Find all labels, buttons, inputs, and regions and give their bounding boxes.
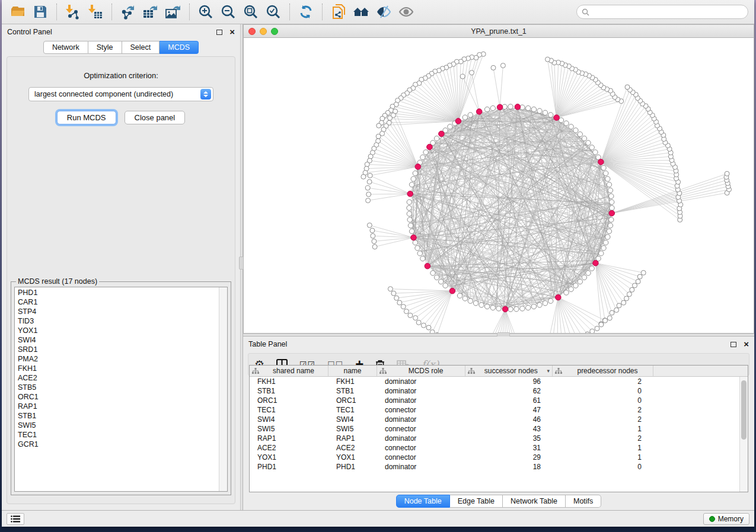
zoom-fit-button[interactable]	[241, 2, 261, 21]
tab-edge-table[interactable]: Edge Table	[450, 495, 503, 508]
table-body: FKH1FKH1dominator962STB1STB1dominator620…	[250, 377, 739, 492]
close-panel-button[interactable]: Close panel	[125, 111, 186, 124]
export-image-button[interactable]	[163, 2, 183, 21]
open-folder-icon	[10, 4, 25, 20]
import-network-button[interactable]	[63, 2, 83, 21]
zoom-selected-button[interactable]	[263, 2, 283, 21]
table-row[interactable]: TEC1TEC1connector472	[250, 405, 739, 415]
mcds-result-item[interactable]: PHD1	[15, 288, 219, 297]
tab-node-table[interactable]: Node Table	[396, 495, 450, 508]
export-table-button[interactable]	[141, 2, 161, 21]
mcds-result-item[interactable]: STB1	[15, 411, 219, 421]
table-cell: connector	[377, 424, 465, 434]
task-history-button[interactable]	[7, 513, 24, 525]
toolbar-separator	[111, 4, 112, 20]
tab-network-table[interactable]: Network Table	[503, 495, 566, 508]
mcds-list-scrollbar[interactable]	[219, 287, 227, 491]
mcds-result-item[interactable]: RAP1	[15, 402, 219, 411]
table-row[interactable]: SWI4SWI4dominator462	[250, 415, 739, 424]
table-row[interactable]: ACE2ACE2connector311	[250, 443, 739, 453]
table-cell: STB1	[250, 386, 328, 396]
table-row[interactable]: RAP1RAP1dominator352	[250, 434, 739, 443]
mcds-result-item[interactable]: TID3	[15, 316, 219, 326]
mcds-result-item[interactable]: STB5	[15, 383, 219, 392]
column-header-mcds-role[interactable]: MCDS role	[377, 366, 465, 376]
mcds-result-item[interactable]: SWI5	[15, 421, 219, 430]
search-input[interactable]	[592, 7, 743, 17]
control-panel-title: Control Panel	[7, 28, 52, 36]
mcds-result-item[interactable]: YOX1	[15, 326, 219, 335]
table-scrollbar[interactable]	[739, 377, 748, 492]
table-cell: ACE2	[250, 443, 328, 453]
mcds-result-item[interactable]: CAR1	[15, 297, 219, 307]
attribute-type-icon	[555, 368, 562, 374]
float-panel-icon[interactable]	[216, 30, 222, 35]
mcds-result-item[interactable]: SRD1	[15, 345, 219, 354]
show-panel-button[interactable]	[396, 2, 416, 21]
table-cell: SWI4	[328, 415, 377, 424]
table-cell: 2	[553, 405, 653, 415]
scrollbar-thumb[interactable]	[741, 380, 747, 440]
hide-panel-button[interactable]	[374, 2, 394, 21]
table-cell: SWI5	[250, 424, 328, 434]
zoom-out-button[interactable]	[218, 2, 238, 21]
table-cell: connector	[377, 453, 465, 462]
table-cell: 0	[553, 386, 653, 396]
export-image-icon	[165, 4, 181, 20]
close-panel-icon[interactable]: ×	[229, 29, 235, 35]
save-session-button[interactable]	[30, 2, 50, 21]
home-networks-button[interactable]	[351, 2, 371, 21]
table-row[interactable]: PHD1PHD1dominator180	[250, 462, 739, 472]
column-header-filler	[653, 366, 748, 376]
network-graph-svg[interactable]	[244, 38, 754, 333]
table-row[interactable]: STB1STB1dominator620	[250, 386, 739, 396]
tab-mcds[interactable]: MCDS	[160, 41, 199, 54]
network-window: YPA_prune.txt_1	[243, 24, 754, 334]
mcds-result-item[interactable]: FKH1	[15, 364, 219, 373]
mcds-panel: Optimization criterion: largest connecte…	[7, 56, 235, 504]
column-header-shared-name[interactable]: shared name	[250, 366, 328, 376]
table-cell	[653, 434, 739, 443]
mcds-result-item[interactable]: TEC1	[15, 430, 219, 440]
network-from-document-button[interactable]	[328, 2, 349, 21]
memory-button[interactable]: Memory	[703, 513, 749, 525]
table-row[interactable]: YOX1YOX1connector291	[250, 453, 739, 462]
table-row[interactable]: ORC1ORC1dominator610	[250, 396, 739, 405]
network-title: YPA_prune.txt_1	[244, 27, 754, 36]
column-header-name[interactable]: name	[328, 366, 377, 376]
table-cell: SWI4	[250, 415, 328, 424]
tab-select[interactable]: Select	[122, 41, 160, 54]
eye-icon	[398, 5, 414, 19]
mcds-result-group: MCDS result (17 nodes) PHD1CAR1STP4TID3Y…	[11, 277, 231, 495]
column-header-successor-nodes[interactable]: successor nodes ▾	[465, 366, 553, 376]
column-header-predecessor-nodes[interactable]: predecessor nodes	[553, 366, 653, 376]
import-table-button[interactable]	[85, 2, 106, 21]
apply-layout-button[interactable]	[296, 2, 316, 21]
table-header-row: shared name name MCDS role successor nod…	[250, 366, 748, 377]
control-panel: Control Panel × Network Style Select MCD…	[2, 24, 240, 510]
tab-network[interactable]: Network	[43, 41, 88, 54]
mcds-result-item[interactable]: STP4	[15, 307, 219, 316]
close-panel-icon[interactable]: ×	[744, 341, 749, 347]
tab-style[interactable]: Style	[88, 41, 122, 54]
table-row[interactable]: FKH1FKH1dominator962	[250, 377, 739, 386]
optimization-criterion-label: Optimization criterion:	[7, 71, 235, 80]
zoom-selected-icon	[266, 4, 281, 20]
table-row[interactable]: SWI5SWI5connector431	[250, 424, 739, 434]
run-mcds-button[interactable]: Run MCDS	[57, 111, 116, 124]
table-cell: FKH1	[328, 377, 377, 386]
mcds-result-item[interactable]: PMA2	[15, 354, 219, 364]
mcds-result-item[interactable]: SWI4	[15, 335, 219, 345]
float-panel-icon[interactable]	[731, 342, 736, 347]
optimization-criterion-select[interactable]: largest connected component (undirected)	[28, 87, 213, 101]
network-canvas[interactable]	[244, 38, 754, 333]
mcds-result-item[interactable]: GCR1	[15, 440, 219, 449]
zoom-in-button[interactable]	[196, 2, 216, 21]
export-network-button[interactable]	[118, 2, 138, 21]
mcds-result-item[interactable]: ORC1	[15, 392, 219, 402]
export-network-icon	[120, 4, 136, 20]
tab-motifs[interactable]: Motifs	[566, 495, 601, 508]
open-file-button[interactable]	[8, 2, 28, 21]
houses-icon	[352, 5, 370, 19]
mcds-result-item[interactable]: ACE2	[15, 373, 219, 383]
